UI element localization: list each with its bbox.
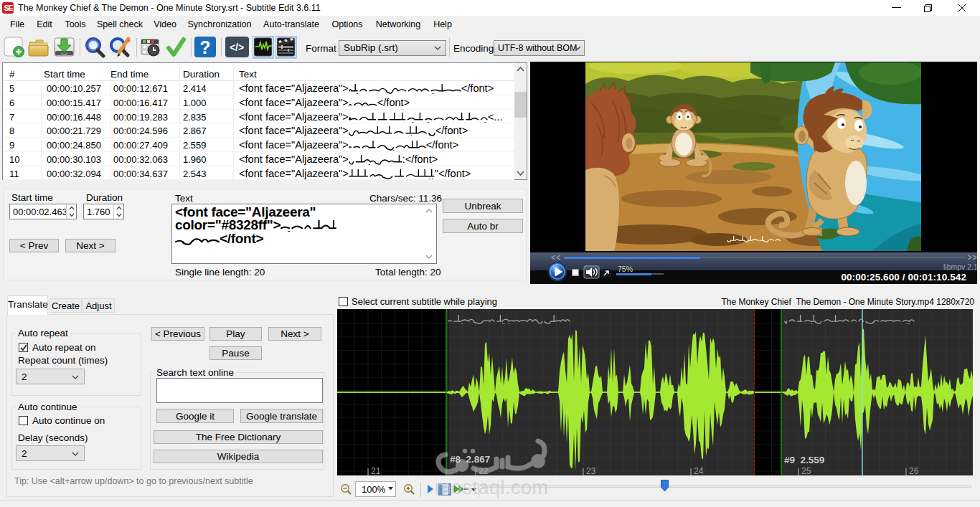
svg-text:24: 24 — [694, 466, 704, 475]
svg-text:26: 26 — [909, 466, 919, 475]
svg-text:#9 2.559: #9 2.559 — [784, 455, 824, 465]
svg-text:23: 23 — [586, 466, 596, 475]
svg-text:25: 25 — [801, 466, 811, 475]
svg-text:?: ? — [199, 37, 210, 57]
svg-text:21: 21 — [371, 466, 381, 475]
svg-text:</>: </> — [230, 42, 244, 53]
